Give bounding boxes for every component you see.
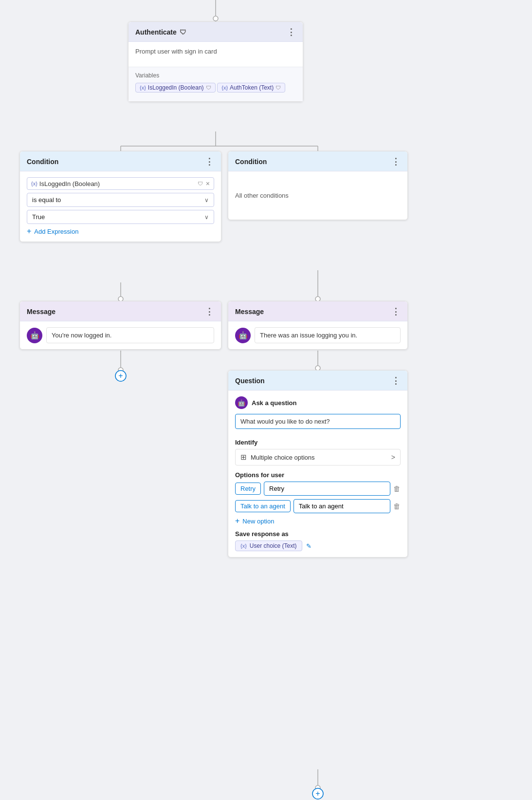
message-left-more-icon[interactable]: ⋮ <box>205 306 214 317</box>
message-left-body: 🤖 You're now logged in. <box>20 321 221 349</box>
chevron-right-identify: > <box>391 453 395 461</box>
question-more-icon[interactable]: ⋮ <box>391 375 401 386</box>
authenticate-variables-section: Variables {x} IsLoggedIn (Boolean) 🛡 {x}… <box>128 67 303 101</box>
bot-avatar-question: 🤖 <box>235 396 248 409</box>
plus-icon-expr: + <box>27 227 31 236</box>
condition-right-body: All other conditions <box>228 171 407 220</box>
svg-text:+: + <box>118 372 123 380</box>
authenticate-description: Prompt user with sign in card <box>135 48 296 55</box>
svg-text:+: + <box>315 789 320 798</box>
authenticate-card: Authenticate 🛡 ⋮ Prompt user with sign i… <box>128 21 303 102</box>
condition-left-header: Condition ⋮ <box>20 151 221 171</box>
save-response-label: Save response as <box>235 530 401 538</box>
bot-avatar-right: 🤖 <box>235 328 251 343</box>
message-left-card: Message ⋮ 🤖 You're now logged in. <box>19 301 221 350</box>
var-icon-1: {x} <box>140 85 146 91</box>
svg-point-14 <box>115 371 126 381</box>
var-isloggedin: {x} IsLoggedIn (Boolean) 🛡 <box>135 83 216 93</box>
authenticate-more-icon[interactable]: ⋮ <box>287 27 296 37</box>
plus-icon-option: + <box>235 517 239 525</box>
condition-right-description: All other conditions <box>235 177 401 214</box>
message-left-header: Message ⋮ <box>20 301 221 321</box>
shield-icon: 🛡 <box>180 28 186 36</box>
option-row-2: Talk to an agent 🗑 <box>235 499 401 513</box>
close-icon-cond[interactable]: × <box>206 180 210 187</box>
shield-icon-var2: 🛡 <box>275 85 281 91</box>
option-tag-agent: Talk to an agent <box>235 500 291 512</box>
message-right-header: Message ⋮ <box>228 301 407 321</box>
condition-right-title: Condition <box>235 158 267 166</box>
shield-icon-var1: 🛡 <box>206 85 211 91</box>
var-icon-2: {x} <box>221 85 228 91</box>
condition-field-input: {x} IsLoggedIn (Boolean) 🛡 × <box>27 177 214 190</box>
value-value: True <box>32 213 45 221</box>
bot-icon-question: 🤖 <box>238 399 245 407</box>
identify-row[interactable]: ⊞ Multiple choice options > <box>235 449 401 465</box>
question-card-body: 🤖 Ask a question Identify ⊞ Multiple cho… <box>228 391 407 557</box>
message-right-body: 🤖 There was an issue logging you in. <box>228 321 407 349</box>
shield-icon-cond: 🛡 <box>198 181 203 186</box>
bot-avatar-left: 🤖 <box>27 328 42 343</box>
operator-select[interactable]: is equal to ∨ <box>27 193 214 207</box>
variables-label: Variables <box>135 72 296 79</box>
svg-point-17 <box>315 785 320 790</box>
edit-icon-save[interactable]: ✎ <box>306 542 312 550</box>
message-right-text: There was an issue logging you in. <box>255 327 401 343</box>
message-left-text: You're now logged in. <box>46 327 214 343</box>
bot-icon-right: 🤖 <box>238 331 248 340</box>
authenticate-title: Authenticate <box>135 28 177 36</box>
message-left-title: Message <box>27 308 55 316</box>
question-text-input[interactable] <box>235 414 401 429</box>
operator-value: is equal to <box>32 196 61 204</box>
var-authtoken: {x} AuthToken (Text) 🛡 <box>217 83 285 93</box>
condition-right-card: Condition ⋮ All other conditions <box>228 151 408 220</box>
svg-point-13 <box>118 368 123 372</box>
identify-label: Identify <box>235 439 401 446</box>
value-select[interactable]: True ∨ <box>27 210 214 224</box>
bot-icon-left: 🤖 <box>30 331 39 340</box>
question-card-header: Question ⋮ <box>228 371 407 391</box>
add-expression-button[interactable]: + Add Expression <box>27 227 214 236</box>
authenticate-card-header: Authenticate 🛡 ⋮ <box>128 22 303 42</box>
condition-right-header: Condition ⋮ <box>228 151 407 171</box>
condition-left-more-icon[interactable]: ⋮ <box>205 156 214 167</box>
condition-left-card: Condition ⋮ {x} IsLoggedIn (Boolean) 🛡 ×… <box>19 151 221 242</box>
option-input-agent[interactable] <box>294 499 390 513</box>
message-right-card: Message ⋮ 🤖 There was an issue logging y… <box>228 301 408 350</box>
identify-value: Multiple choice options <box>251 454 315 461</box>
trash-icon-2[interactable]: 🗑 <box>393 502 401 510</box>
condition-field-value: IsLoggedIn (Boolean) <box>39 180 198 187</box>
chevron-down-operator: ∨ <box>204 197 209 204</box>
condition-right-more-icon[interactable]: ⋮ <box>391 156 401 167</box>
options-label: Options for user <box>235 471 401 479</box>
grid-icon: ⊞ <box>240 453 247 462</box>
authenticate-card-body: Prompt user with sign in card <box>128 42 303 67</box>
ask-question-row: 🤖 Ask a question <box>235 396 401 409</box>
save-response-tag: {x} User choice (Text) <box>235 540 302 551</box>
condition-left-body: {x} IsLoggedIn (Boolean) 🛡 × is equal to… <box>20 171 221 242</box>
svg-point-18 <box>312 788 323 799</box>
option-input-retry[interactable] <box>264 482 390 496</box>
chevron-down-value: ∨ <box>204 214 209 221</box>
question-title: Question <box>235 377 265 385</box>
svg-point-1 <box>213 16 218 21</box>
option-tag-retry: Retry <box>235 483 261 495</box>
condition-left-title: Condition <box>27 158 58 166</box>
option-row-1: Retry 🗑 <box>235 482 401 496</box>
message-right-more-icon[interactable]: ⋮ <box>391 306 401 317</box>
new-option-button[interactable]: + New option <box>235 517 401 525</box>
var-icon-save: {x} <box>240 543 247 549</box>
message-right-title: Message <box>235 308 264 316</box>
ask-question-label: Ask a question <box>252 399 296 407</box>
trash-icon-1[interactable]: 🗑 <box>393 484 401 493</box>
question-card: Question ⋮ 🤖 Ask a question Identify ⊞ M… <box>228 370 408 558</box>
